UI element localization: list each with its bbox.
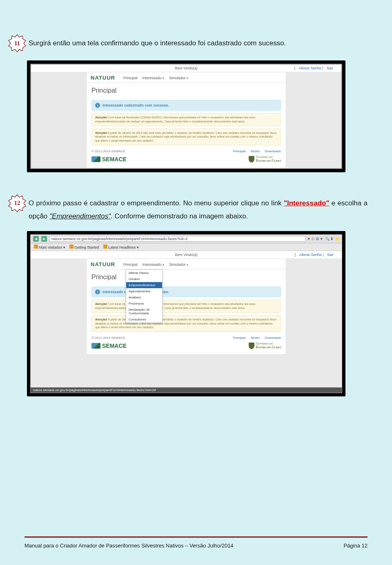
step-number: 12 [8,194,26,212]
brand-logo: NATUUR [91,261,115,267]
app1-title: Principal [87,83,286,98]
warning-1: Atenção! Com base na Resolução COEMA 04/… [91,300,281,313]
bookmarks-bar: Mais visitados ▾ Getting Started Latest … [31,243,342,251]
app2-navbar: NATUUR Principal Interessado ▾ Simulador… [87,259,286,269]
app2-footer: © 2011-2014 SEMACE Principal Sedes Downl… [91,336,281,340]
footer-principal[interactable]: Principal [233,336,246,340]
dd-alterar-dados[interactable]: Alterar Dados [126,270,162,276]
folder-icon [34,245,38,249]
step-11: 11 Surgirá então uma tela confirmando qu… [8,37,368,52]
app1-footer: © 2011-2014 SEMACE Principal Sedes Downl… [91,149,281,153]
semace-logo: SEMACE [91,156,127,162]
page-icon [69,245,74,249]
bookmark-gs[interactable]: Getting Started [74,245,99,249]
copyright: © 2011-2014 SEMACE [91,336,125,340]
app2-topbar: Bem Vindo(a) | Alterar Senha | Sair [31,251,342,258]
step-badge-12: 12 [8,194,26,212]
footer-page-number: Página 12 [343,543,368,549]
nav-principal[interactable]: Principal [123,76,138,80]
dd-declaracao[interactable]: Declaração de Conformidade [126,307,162,316]
step-number: 11 [8,34,26,52]
success-alert: i Interessado cadastrado com sucesso. [91,100,281,111]
info-icon: i [95,103,100,108]
footer-sedes[interactable]: Sedes [251,149,260,153]
back-icon[interactable]: ◄ [33,236,39,242]
warning-1: Atenção! Com base na Resolução COEMA 04/… [91,113,281,126]
step-12-text: O próximo passo é cadastrar o empreendim… [29,197,368,223]
dd-empreendimentos[interactable]: Empreendimentos [126,282,162,288]
alterar-senha-link[interactable]: Alterar Senha [299,253,322,257]
page-footer: Manual para o Criador Amador de Passerif… [24,536,368,549]
screenshot-2: ◄ ► natuur.semace.ce.gov.br/paginas/inte… [27,231,345,396]
bookmark-mais[interactable]: Mais visitados ▾ [39,245,65,249]
brand-logo: NATUUR [91,75,115,81]
footer-sedes[interactable]: Sedes [251,336,260,340]
governo-logo: Governo doEstado do Ceará [249,156,281,163]
app2-title: Principal [87,269,286,284]
step-11-text: Surgirá então uma tela confirmando que o… [29,37,368,50]
forward-icon[interactable]: ► [41,236,47,242]
bookmark-lh[interactable]: Latest Headlines ▾ [108,245,139,249]
interessado-dropdown: Alterar Dados Usuário Empreendimentos Ag… [126,269,163,323]
nav-simulador[interactable]: Simulador ▾ [169,262,188,267]
warning-2: Atenção! A partir de Janeiro de 2014 não… [91,129,281,145]
browser-address-bar: ◄ ► natuur.semace.ce.gov.br/paginas/inte… [31,235,342,243]
dd-processos[interactable]: Processos [126,300,162,307]
step-badge-11: 11 [8,34,26,52]
welcome-text: Bem Vindo(a) [175,253,198,257]
dd-usuario[interactable]: Usuário [126,276,162,282]
nav-principal[interactable]: Principal [123,262,138,267]
app1-navbar: NATUUR Principal Interessado ▾ Simulador… [87,72,286,83]
dd-agendamentos[interactable]: Agendamentos [126,288,162,294]
screenshot-1: Bem Vindo(a) | Alterar Senha | Sair NATU… [27,60,345,172]
empreendimentos-highlight: "Empreendimentos" [49,212,111,220]
footer-divider [24,536,368,538]
copyright: © 2011-2014 SEMACE [91,149,125,153]
browser-status-bar: natuur.semace.ce.gov.br/paginas/interess… [31,387,342,393]
dd-consultores[interactable]: Consultores [126,316,162,323]
success-text: Interessado cadastrado com sucesso. [102,103,169,107]
info-icon: i [95,289,100,294]
alterar-senha-link[interactable]: Alterar Senha [299,66,321,70]
app1-logos: SEMACE Governo doEstado do Ceará [91,156,281,163]
sair-link[interactable]: Sair [327,66,333,70]
nav-interessado[interactable]: Interessado ▾ [142,76,164,80]
step-12: 12 O próximo passo é cadastrar o empreen… [8,197,368,223]
app2-logos: SEMACE Governo doEstado do Ceará [91,342,281,349]
semace-logo: SEMACE [91,343,127,349]
success-alert: i Interessado cadastrado com sucesso. [91,287,281,297]
warning-2: Atenção! A partir de Janeiro de 2014 não… [91,315,281,332]
footer-manual-title: Manual para o Criador Amador de Passerif… [24,543,234,549]
dd-analises[interactable]: Análises [126,294,162,300]
governo-logo: Governo doEstado do Ceará [249,342,281,349]
app1-topbar: Bem Vindo(a) | Alterar Senha | Sair [31,65,341,72]
footer-downloads[interactable]: Downloads [265,149,281,153]
rss-icon [103,245,107,249]
interessado-highlight: "Interessado" [284,199,330,207]
url-field[interactable]: natuur.semace.ce.gov.br/paginas/interess… [49,236,305,242]
footer-principal[interactable]: Principal [233,149,246,153]
footer-downloads[interactable]: Downloads [265,336,281,340]
sair-link[interactable]: Sair [327,253,334,257]
nav-interessado[interactable]: Interessado ▾ [142,262,164,267]
welcome-text: Bem Vindo(a) [175,66,198,70]
nav-simulador[interactable]: Simulador ▾ [169,76,188,80]
